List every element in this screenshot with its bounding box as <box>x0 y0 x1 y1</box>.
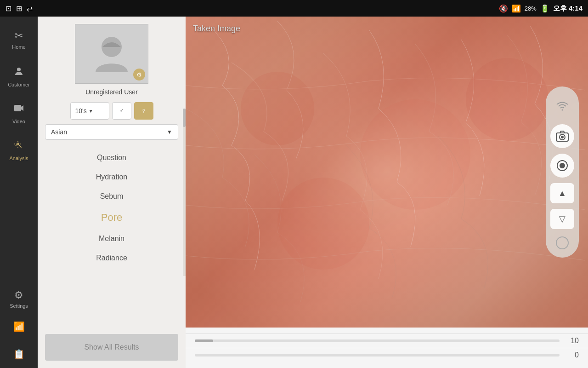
user-name: Unregistered User <box>85 88 138 96</box>
bottom-bars: 10 0 <box>186 328 588 368</box>
analysis-menu: Question Hydration Sebum Pore Melanin Ra… <box>45 148 178 268</box>
down-icon: ▽ <box>559 214 565 224</box>
clock: 오후 4:14 <box>553 4 582 13</box>
settings-icon: ⚙ <box>14 289 23 301</box>
battery-icon: 🔋 <box>540 4 549 13</box>
analysis-icon <box>13 139 24 153</box>
home-icon: ✂ <box>15 30 23 42</box>
menu-item-question[interactable]: Question <box>45 148 178 167</box>
svg-point-5 <box>241 72 314 145</box>
main-area: Taken Image <box>186 17 588 368</box>
age-selector[interactable]: 10's ▼ <box>70 102 109 120</box>
age-chevron-icon: ▼ <box>89 109 93 114</box>
menu-item-melanin[interactable]: Melanin <box>45 229 178 248</box>
slider-row-1: 10 <box>186 334 588 348</box>
sidebar-bottom: ⚙ Settings 📶 📋 <box>0 285 38 368</box>
status-bar: ⊡ ⊞ ⇄ 🔇 📶 28% 🔋 오후 4:14 <box>0 0 588 17</box>
svg-point-8 <box>277 178 369 270</box>
ethnicity-selector[interactable]: Asian ▼ <box>45 124 178 140</box>
svg-point-7 <box>466 58 548 141</box>
avatar-gear-button[interactable]: ⚙ <box>133 69 145 80</box>
usb-icon: ⊡ <box>6 4 11 13</box>
slider-value-1: 10 <box>565 337 579 345</box>
svg-point-11 <box>561 136 564 138</box>
down-button[interactable]: ▽ <box>550 209 574 229</box>
sidebar-label-analysis: Analysis <box>10 155 28 161</box>
selectors-row: 10's ▼ ♂ ♀ <box>45 102 178 120</box>
up-icon: ▲ <box>558 189 566 198</box>
wifi-bottom-icon: 📶 <box>13 321 25 332</box>
menu-item-hydration[interactable]: Hydration <box>45 167 178 187</box>
skin-texture-overlay <box>186 17 588 328</box>
svg-point-2 <box>17 143 19 145</box>
menu-item-radiance[interactable]: Radiance <box>45 248 178 268</box>
svg-rect-1 <box>14 105 21 111</box>
slider-value-2: 0 <box>565 351 579 359</box>
svg-point-0 <box>17 68 21 71</box>
avatar-image <box>89 31 135 77</box>
sidebar-label-customer: Customer <box>8 82 30 87</box>
up-button[interactable]: ▲ <box>550 183 574 203</box>
record-button[interactable] <box>550 154 574 178</box>
ethnicity-chevron-icon: ▼ <box>167 129 172 135</box>
menu-item-pore[interactable]: Pore <box>45 206 178 229</box>
wifi-icon: 📶 <box>512 4 521 13</box>
svg-point-6 <box>360 99 470 210</box>
sidebar-item-analysis[interactable]: Analysis <box>0 132 38 168</box>
image-container: Taken Image <box>186 17 588 328</box>
wifi-control-button[interactable] <box>550 95 574 119</box>
ethnicity-value: Asian <box>51 128 67 136</box>
screen-icon: ⊞ <box>16 4 22 13</box>
sidebar-item-wifi[interactable]: 📶 <box>0 313 38 340</box>
avatar-container: ⚙ <box>75 24 148 84</box>
age-value: 10's <box>75 107 87 115</box>
circle-button[interactable] <box>556 236 569 249</box>
gender-female-button[interactable]: ♀ <box>134 102 153 120</box>
slider-track-1[interactable] <box>195 339 560 342</box>
control-panel: ▲ ▽ <box>546 86 579 258</box>
status-left: ⊡ ⊞ ⇄ <box>6 4 33 13</box>
content-panel: ⚙ Unregistered User 10's ▼ ♂ ♀ Asian ▼ Q… <box>38 17 186 368</box>
sidebar-item-customer[interactable]: Customer <box>0 58 38 95</box>
sidebar: ✂ Home Customer Video Analysis ⚙ Setting… <box>0 17 38 368</box>
gender-male-button[interactable]: ♂ <box>112 102 131 120</box>
sidebar-label-home: Home <box>12 44 25 50</box>
video-icon <box>13 103 24 116</box>
male-icon: ♂ <box>119 107 124 115</box>
skin-image: Taken Image <box>186 17 588 328</box>
female-icon: ♀ <box>141 107 147 115</box>
clipboard-icon: 📋 <box>13 349 25 360</box>
slider-row-2: 0 <box>186 348 588 362</box>
menu-item-sebum[interactable]: Sebum <box>45 187 178 206</box>
slider-fill-1 <box>195 339 213 342</box>
slider-track-2[interactable] <box>195 354 560 356</box>
mute-icon: 🔇 <box>499 4 508 13</box>
show-all-results-button[interactable]: Show All Results <box>45 334 178 361</box>
taken-image-label: Taken Image <box>193 24 240 34</box>
battery-level: 28% <box>525 5 537 12</box>
sidebar-item-settings[interactable]: ⚙ Settings <box>0 285 38 313</box>
sidebar-item-video[interactable]: Video <box>0 95 38 132</box>
camera-capture-button[interactable] <box>550 124 574 148</box>
sidebar-label-settings: Settings <box>10 303 28 309</box>
cast-icon: ⇄ <box>27 4 33 13</box>
sidebar-item-clipboard[interactable]: 📋 <box>0 340 38 368</box>
sidebar-item-home[interactable]: ✂ Home <box>0 21 38 58</box>
status-right: 🔇 📶 28% 🔋 오후 4:14 <box>499 4 582 13</box>
sidebar-label-video: Video <box>12 119 25 124</box>
svg-point-13 <box>560 163 565 168</box>
customer-icon <box>13 66 24 80</box>
